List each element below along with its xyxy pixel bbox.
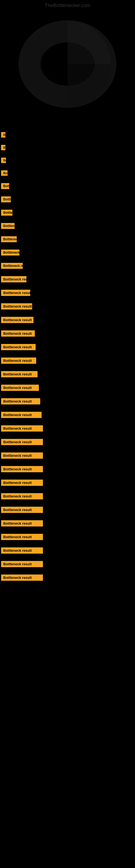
bottleneck-result-item: Bottleneck result — [0, 288, 135, 298]
bottleneck-result-item: Bottleneck result — [0, 573, 135, 582]
bottleneck-result-label: Bottleneck result — [1, 561, 43, 567]
bottleneck-result-item: Bottleneck result — [0, 519, 135, 528]
bottleneck-result-item: Bottleneck result — [0, 248, 135, 257]
bottleneck-result-label: Bottleneck result — [1, 183, 9, 189]
bottleneck-result-item: Bottleneck result — [0, 356, 135, 365]
bottleneck-result-item: Bottleneck result — [0, 195, 135, 204]
bottleneck-result-item: Bottleneck result — [0, 143, 135, 152]
site-title: TheBottlenecker.com — [0, 0, 135, 10]
bottleneck-result-label: Bottleneck result — [1, 276, 27, 282]
bottleneck-result-label: Bottleneck result — [1, 132, 5, 137]
bottleneck-result-label: Bottleneck result — [1, 425, 43, 432]
bottleneck-result-label: Bottleneck result — [1, 210, 12, 216]
bottleneck-result-label: Bottleneck result — [1, 250, 19, 255]
bottleneck-result-label: Bottleneck result — [1, 453, 43, 459]
bottleneck-result-item: Bottleneck result — [0, 261, 135, 271]
bottleneck-result-label: Bottleneck result — [1, 290, 30, 296]
chart-area — [0, 10, 135, 124]
bottleneck-result-item: Bottleneck result — [0, 546, 135, 555]
bottleneck-result-label: Bottleneck result — [1, 466, 43, 472]
bottleneck-result-label: Bottleneck result — [1, 384, 39, 391]
bottleneck-result-label: Bottleneck result — [1, 371, 38, 377]
bottleneck-result-item: Bottleneck result — [0, 451, 135, 460]
bottleneck-result-item: Bottleneck result — [0, 208, 135, 217]
bottleneck-result-label: Bottleneck result — [1, 358, 36, 364]
bottleneck-result-item: Bottleneck result — [0, 182, 135, 191]
bottleneck-result-item: Bottleneck result — [0, 478, 135, 488]
bottleneck-result-label: Bottleneck result — [1, 145, 5, 150]
bottleneck-result-label: Bottleneck result — [1, 196, 11, 203]
bottleneck-result-label: Bottleneck result — [1, 344, 36, 350]
bottleneck-result-item: Bottleneck result — [0, 532, 135, 542]
bottleneck-result-label: Bottleneck result — [1, 520, 43, 527]
bottleneck-result-item: Bottleneck result — [0, 505, 135, 515]
bottleneck-result-item: Bottleneck result — [0, 315, 135, 325]
bottleneck-result-label: Bottleneck result — [1, 507, 43, 513]
bottleneck-result-item: Bottleneck result — [0, 559, 135, 569]
bottleneck-result-item: Bottleneck result — [0, 221, 135, 230]
bottleneck-result-label: Bottleneck result — [1, 158, 6, 163]
bottleneck-result-label: Bottleneck result — [1, 439, 43, 445]
bottleneck-result-label: Bottleneck result — [1, 412, 42, 418]
bottleneck-result-item: Bottleneck result — [0, 410, 135, 420]
bottleneck-result-item: Bottleneck result — [0, 329, 135, 338]
bottleneck-result-item: Bottleneck result — [0, 424, 135, 433]
bottleneck-result-item: Bottleneck result — [0, 156, 135, 165]
bottleneck-result-label: Bottleneck result — [1, 398, 40, 404]
bottleneck-result-label: Bottleneck result — [1, 534, 43, 540]
bottleneck-result-label: Bottleneck result — [1, 330, 35, 337]
bottleneck-result-item: Bottleneck result — [0, 492, 135, 501]
bottleneck-result-item: Bottleneck result — [0, 397, 135, 406]
bottleneck-result-label: Bottleneck result — [1, 575, 43, 581]
bottleneck-result-item: Bottleneck result — [0, 437, 135, 447]
bottleneck-result-label: Bottleneck result — [1, 170, 8, 176]
bottleneck-result-label: Bottleneck result — [1, 236, 17, 242]
bottleneck-result-label: Bottleneck result — [1, 263, 23, 269]
bottleneck-result-label: Bottleneck result — [1, 223, 14, 229]
bottleneck-result-label: Bottleneck result — [1, 547, 43, 554]
bottleneck-result-label: Bottleneck result — [1, 317, 34, 323]
bottleneck-result-item: Bottleneck result — [0, 169, 135, 177]
bottleneck-result-item: Bottleneck result — [0, 342, 135, 352]
bottleneck-result-item: Bottleneck result — [0, 130, 135, 139]
bottleneck-result-item: Bottleneck result — [0, 235, 135, 244]
bottleneck-result-label: Bottleneck result — [1, 479, 43, 486]
bottleneck-result-item: Bottleneck result — [0, 302, 135, 311]
bottleneck-items-list: Bottleneck resultBottleneck resultBottle… — [0, 126, 135, 582]
bottleneck-result-item: Bottleneck result — [0, 369, 135, 379]
bottleneck-result-item: Bottleneck result — [0, 383, 135, 393]
bottleneck-result-item: Bottleneck result — [0, 275, 135, 284]
bottleneck-result-label: Bottleneck result — [1, 303, 32, 310]
bottleneck-result-label: Bottleneck result — [1, 493, 43, 499]
bottleneck-result-item: Bottleneck result — [0, 464, 135, 474]
